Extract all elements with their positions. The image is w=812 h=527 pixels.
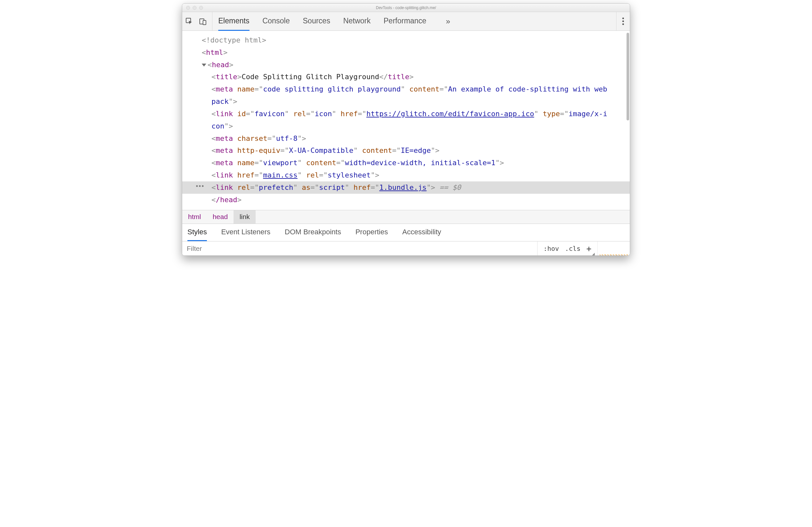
hov-toggle[interactable]: :hov xyxy=(543,245,559,253)
toolbar-icons xyxy=(186,12,213,30)
dom-head-open[interactable]: <head> xyxy=(182,59,630,71)
dom-meta-desc[interactable]: <meta name="code splitting glitch playgr… xyxy=(182,83,630,108)
tab-sources[interactable]: Sources xyxy=(303,12,330,31)
dom-link-prefetch-selected[interactable]: <link rel="prefetch" as="script" href="1… xyxy=(182,181,630,194)
dom-doctype[interactable]: <!doctype html> xyxy=(182,34,630,46)
close-dot[interactable] xyxy=(186,6,190,10)
subtab-dom-breakpoints[interactable]: DOM Breakpoints xyxy=(285,224,342,241)
styles-filter-input[interactable] xyxy=(182,241,537,255)
dom-meta-httpequiv[interactable]: <meta http-equiv="X-UA-Compatible" conte… xyxy=(182,145,630,157)
styles-filter-actions: :hov .cls + xyxy=(537,241,597,255)
scrollbar[interactable] xyxy=(626,33,629,120)
dom-title[interactable]: <title>Code Splitting Glitch Playground<… xyxy=(182,71,630,83)
device-toggle-icon[interactable] xyxy=(199,17,207,25)
new-style-rule-icon[interactable]: + xyxy=(586,244,592,253)
styles-subtabs: Styles Event Listeners DOM Breakpoints P… xyxy=(182,224,630,241)
dom-link-favicon[interactable]: <link id="favicon" rel="icon" href="http… xyxy=(182,108,630,132)
inspect-icon[interactable] xyxy=(186,17,193,25)
box-model-preview xyxy=(597,241,630,255)
crumb-head[interactable]: head xyxy=(207,210,234,224)
styles-filter-bar: :hov .cls + xyxy=(182,241,630,255)
tab-performance[interactable]: Performance xyxy=(383,12,426,31)
cls-toggle[interactable]: .cls xyxy=(565,245,580,253)
subtab-properties[interactable]: Properties xyxy=(355,224,388,241)
tab-console[interactable]: Console xyxy=(262,12,290,31)
crumb-html[interactable]: html xyxy=(182,210,207,224)
expand-toggle-icon[interactable] xyxy=(202,64,206,66)
main-toolbar: Elements Console Sources Network Perform… xyxy=(182,12,630,31)
elements-dom-tree[interactable]: <!doctype html> <html> <head> <title>Cod… xyxy=(182,31,630,210)
subtab-styles[interactable]: Styles xyxy=(187,224,207,241)
kebab-menu-icon[interactable] xyxy=(622,17,624,25)
subtab-event-listeners[interactable]: Event Listeners xyxy=(221,224,271,241)
dom-head-close[interactable]: </head> xyxy=(182,194,630,206)
zoom-dot[interactable] xyxy=(199,6,203,10)
tab-elements[interactable]: Elements xyxy=(218,12,249,31)
titlebar: DevTools - code-splitting.glitch.me/ xyxy=(182,3,630,12)
dom-link-css[interactable]: <link href="main.css" rel="stylesheet"> xyxy=(182,169,630,181)
svg-rect-2 xyxy=(203,20,206,25)
more-tabs-icon[interactable]: » xyxy=(439,17,457,26)
main-tabs: Elements Console Sources Network Perform… xyxy=(218,12,616,30)
toolbar-right xyxy=(616,12,630,30)
dom-html-open[interactable]: <html> xyxy=(182,46,630,59)
crumb-link[interactable]: link xyxy=(233,210,256,224)
window-controls xyxy=(182,6,203,10)
minimize-dot[interactable] xyxy=(193,6,197,10)
subtab-accessibility[interactable]: Accessibility xyxy=(402,224,441,241)
window-title: DevTools - code-splitting.glitch.me/ xyxy=(182,5,630,10)
dom-meta-charset[interactable]: <meta charset="utf-8"> xyxy=(182,132,630,145)
breadcrumb: html head link xyxy=(182,210,630,224)
devtools-window: DevTools - code-splitting.glitch.me/ Ele… xyxy=(182,3,630,256)
tab-network[interactable]: Network xyxy=(343,12,371,31)
dom-meta-viewport[interactable]: <meta name="viewport" content="width=dev… xyxy=(182,157,630,169)
